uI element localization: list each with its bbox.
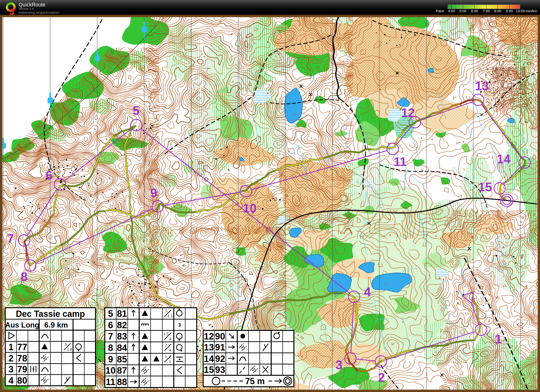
svg-text:14: 14 (497, 152, 511, 166)
svg-text:10:00: 10:00 (516, 9, 525, 13)
svg-text:3: 3 (178, 322, 181, 328)
svg-text:90: 90 (215, 331, 225, 341)
svg-text:1: 1 (495, 332, 502, 346)
svg-text:15: 15 (204, 365, 214, 375)
svg-text:1.5: 1.5 (163, 332, 168, 336)
svg-text:9: 9 (150, 186, 157, 200)
svg-text:3: 3 (336, 358, 343, 372)
svg-text:3: 3 (8, 364, 13, 374)
svg-text:.5: .5 (64, 342, 67, 347)
svg-text:10: 10 (106, 366, 116, 376)
svg-text:80: 80 (17, 376, 27, 386)
svg-text:4: 4 (169, 348, 171, 352)
svg-text:matstroeng.se/quickroute/en: matstroeng.se/quickroute/en (19, 11, 59, 14)
svg-text:1: 1 (165, 354, 167, 359)
svg-text:92: 92 (215, 354, 225, 364)
svg-text:84: 84 (117, 343, 127, 353)
svg-text:2: 2 (165, 343, 167, 347)
svg-text:88: 88 (117, 377, 127, 387)
svg-text:6: 6 (46, 168, 53, 182)
svg-text:min/km: min/km (526, 9, 537, 13)
svg-text:1: 1 (169, 359, 171, 364)
svg-text:79: 79 (17, 364, 27, 374)
svg-text:8: 8 (108, 343, 113, 353)
svg-text:7: 7 (7, 232, 14, 245)
svg-text:6.9 km: 6.9 km (44, 321, 68, 329)
svg-text:1.0: 1.0 (67, 347, 72, 352)
svg-text:.5: .5 (164, 309, 168, 313)
svg-text:5: 5 (133, 104, 140, 117)
svg-text:9:00: 9:00 (506, 9, 513, 13)
svg-text:78: 78 (17, 353, 27, 363)
svg-text:81: 81 (117, 309, 127, 319)
svg-text:91: 91 (215, 342, 225, 352)
svg-text:87: 87 (117, 366, 127, 376)
svg-text:15: 15 (478, 180, 492, 194)
svg-text:Version 2.4: Version 2.4 (19, 7, 34, 11)
svg-text:5: 5 (108, 309, 113, 319)
svg-text:77: 77 (17, 342, 27, 352)
svg-text:11: 11 (394, 155, 407, 169)
svg-text:75 m: 75 m (245, 376, 265, 386)
svg-text:Dec Tassie camp: Dec Tassie camp (16, 309, 85, 319)
svg-text:4:00: 4:00 (448, 9, 455, 13)
svg-text:85: 85 (117, 354, 127, 364)
svg-text:1: 1 (8, 342, 13, 352)
svg-text:7:00: 7:00 (483, 9, 490, 13)
svg-text:13: 13 (475, 79, 489, 93)
svg-text:82: 82 (117, 320, 127, 330)
svg-text:8:00: 8:00 (494, 9, 501, 13)
svg-text:Pace: Pace (436, 9, 444, 13)
svg-text:6:00: 6:00 (471, 9, 478, 13)
svg-text:93: 93 (215, 365, 225, 375)
svg-text:11: 11 (106, 377, 115, 387)
svg-text:13: 13 (204, 342, 214, 352)
svg-text:14: 14 (204, 354, 214, 364)
svg-text:5:00: 5:00 (459, 9, 466, 13)
svg-text:2: 2 (378, 371, 385, 384)
svg-text:9: 9 (108, 354, 113, 364)
svg-text:2: 2 (8, 353, 13, 363)
svg-text:4: 4 (364, 285, 371, 299)
svg-text:10: 10 (243, 201, 257, 215)
svg-text:QuickRoute: QuickRoute (19, 2, 45, 8)
svg-text:1.5: 1.5 (167, 314, 172, 318)
svg-text:7: 7 (108, 331, 113, 341)
svg-text:6: 6 (108, 320, 113, 330)
svg-text:4: 4 (169, 337, 171, 341)
svg-text:83: 83 (117, 331, 127, 341)
svg-text:4: 4 (8, 376, 13, 386)
svg-text:Aus Long: Aus Long (5, 321, 39, 329)
svg-text:12: 12 (204, 331, 214, 341)
svg-text:8: 8 (21, 270, 28, 284)
svg-text:12: 12 (401, 106, 415, 120)
